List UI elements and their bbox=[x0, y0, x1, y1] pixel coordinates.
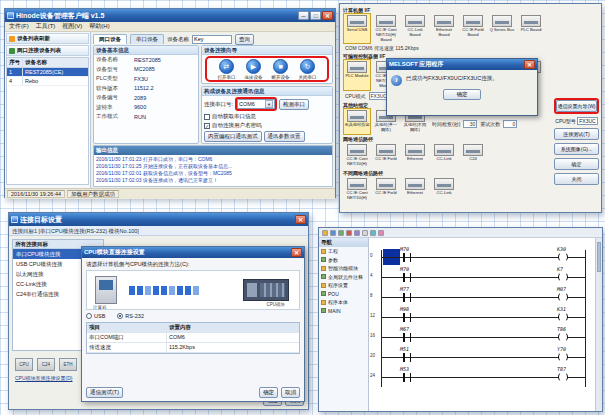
net-ccie-cont[interactable]: CC IE Cont NET/10(H) bbox=[343, 142, 371, 169]
radio-rs232[interactable]: RS-232 bbox=[117, 313, 144, 319]
coil-symbol[interactable]: K31 bbox=[558, 312, 568, 322]
coil-symbol[interactable]: Y70 bbox=[558, 352, 568, 362]
detect-port-button[interactable]: 检测串口 bbox=[279, 99, 309, 110]
ethernet-module-icon[interactable]: ETH bbox=[59, 358, 77, 371]
cpu-module-icon[interactable]: CPU bbox=[15, 358, 33, 371]
connect-device-button[interactable]: ▶连接设备 bbox=[245, 59, 263, 80]
net-c24[interactable]: C24 bbox=[459, 142, 487, 169]
contact-symbol[interactable]: M77 bbox=[403, 293, 411, 302]
table-row[interactable]: 1 REST2085(CE) bbox=[7, 68, 88, 77]
net-ethernet[interactable]: Ethernet bbox=[401, 142, 429, 169]
coil-symbol[interactable]: K7 bbox=[558, 272, 568, 282]
auto-login-checkbox[interactable]: ✓ bbox=[204, 123, 210, 129]
pc-if-serial[interactable]: Serial USB bbox=[343, 13, 371, 44]
pc-if-qbus[interactable]: Q Series Bus bbox=[488, 13, 516, 44]
tab-serial-device[interactable]: 串口设备 bbox=[130, 34, 164, 44]
contact-symbol[interactable]: M51 bbox=[403, 353, 411, 362]
tree-item-pou[interactable]: POU bbox=[319, 290, 368, 299]
table-row[interactable]: 传送速度 115.2Kbps bbox=[87, 343, 299, 353]
contact-symbol[interactable]: M98 bbox=[403, 313, 411, 322]
vertical-scrollbar[interactable] bbox=[595, 238, 602, 411]
pc-if-ethernet[interactable]: Ethernet Board bbox=[430, 13, 458, 44]
net-cclink[interactable]: CC-Link bbox=[430, 142, 458, 169]
close-icon[interactable]: ✕ bbox=[291, 248, 302, 257]
close-port-button[interactable]: ↻关闭串口 bbox=[299, 59, 317, 80]
conet-ccie-field[interactable]: CC IE Field bbox=[372, 176, 400, 203]
toolbar-icon[interactable] bbox=[362, 230, 368, 236]
cancel-button[interactable]: 取消 bbox=[281, 387, 300, 398]
connection-test-button[interactable]: 连接测试(T) bbox=[554, 128, 599, 140]
ok-button[interactable]: 确定 bbox=[259, 387, 278, 398]
toolbar-icon[interactable] bbox=[346, 230, 352, 236]
comm-param-button[interactable]: 通讯参数设置 bbox=[264, 131, 305, 142]
ladder-rung[interactable]: 12 M98 K31 bbox=[369, 304, 592, 324]
tree-item-main[interactable]: MAIN bbox=[319, 307, 368, 316]
contact-symbol[interactable]: M70 bbox=[403, 273, 411, 282]
menu-file[interactable]: 文件(F) bbox=[9, 22, 29, 31]
search-input[interactable] bbox=[192, 35, 232, 44]
toolbar-icon[interactable] bbox=[370, 230, 376, 236]
contact-symbol[interactable]: M70 bbox=[403, 253, 411, 262]
conet-ethernet[interactable]: Ethernet bbox=[401, 176, 429, 203]
toolbar-icon[interactable] bbox=[322, 230, 328, 236]
open-port-button[interactable]: ⇄打开串口 bbox=[218, 59, 236, 80]
port-comm-test-button[interactable]: 内置编程口通讯测试 bbox=[204, 131, 262, 142]
pc-if-plc-board[interactable]: PLC Board bbox=[517, 13, 545, 44]
menu-view[interactable]: 视图(V) bbox=[62, 22, 82, 31]
ladder-rung[interactable]: 24 M53 T87 bbox=[369, 364, 592, 384]
toolbar-icon[interactable] bbox=[338, 230, 344, 236]
chevron-down-icon[interactable]: ▼ bbox=[265, 100, 273, 108]
minimize-button[interactable]: ─ bbox=[298, 11, 309, 20]
tree-item-project[interactable]: 工程 bbox=[319, 247, 368, 256]
tree-item-parameter[interactable]: 参数 bbox=[319, 256, 368, 265]
sidebar-group-refresh[interactable]: 设备列表刷新 bbox=[6, 33, 89, 44]
tab-network-device[interactable]: 网口设备 bbox=[93, 34, 127, 44]
maximize-button[interactable]: □ bbox=[310, 11, 321, 20]
toolbar-icon[interactable] bbox=[330, 230, 336, 236]
w1-titlebar[interactable]: Hinode设备管理客户端 v1.5 ─ □ ✕ bbox=[5, 9, 335, 22]
auto-port-checkbox[interactable] bbox=[204, 114, 210, 120]
ladder-rung[interactable]: 0 M70 K30 bbox=[369, 244, 592, 264]
ok-button[interactable]: 确定 bbox=[554, 158, 599, 170]
table-row[interactable]: 4 Rebo bbox=[7, 77, 88, 86]
tree-item-intelligent-module[interactable]: 智能功能模块 bbox=[319, 264, 368, 273]
net-ccie-field[interactable]: CC IE Field bbox=[372, 142, 400, 169]
radio-icon[interactable] bbox=[86, 313, 92, 319]
melsoft-dialog-titlebar[interactable]: MELSOFT 应用程序 ✕ bbox=[387, 59, 537, 70]
contact-symbol[interactable]: M53 bbox=[403, 373, 411, 382]
ladder-diagram[interactable]: 0 M70 K30 4 M70 K7 8 M77 M07 bbox=[369, 238, 602, 411]
contact-symbol[interactable]: M67 bbox=[403, 333, 411, 342]
direct-connection-link[interactable]: CPU模块直接连接设置(D) bbox=[15, 375, 73, 381]
menu-tools[interactable]: 工具(T) bbox=[36, 22, 56, 31]
ladder-rung[interactable]: 16 M67 T86 bbox=[369, 324, 592, 344]
table-row[interactable]: 串口COM端口 COM6 bbox=[87, 333, 299, 343]
output-log[interactable]: 2016/11/30 17:01:23 打开串口成功，串口号：COM6 2016… bbox=[94, 155, 332, 186]
w3-titlebar[interactable]: 连接目标设置 ✕ bbox=[9, 213, 308, 226]
disconnect-device-button[interactable]: ■断开设备 bbox=[272, 59, 290, 80]
close-button[interactable]: ✕ bbox=[322, 11, 333, 20]
comm-setting-wizard-button[interactable]: 通信设置向导(W) bbox=[556, 100, 597, 112]
comm-test-button[interactable]: 通信测试(T) bbox=[86, 387, 123, 398]
coil-symbol[interactable]: T86 bbox=[558, 332, 568, 342]
ladder-rung[interactable]: 8 M77 M07 bbox=[369, 284, 592, 304]
menu-help[interactable]: 帮助(H) bbox=[89, 22, 109, 31]
close-button[interactable]: ✕ bbox=[295, 215, 306, 224]
time-check-input[interactable]: 30 bbox=[463, 120, 477, 128]
ladder-rung[interactable]: 4 M70 K7 bbox=[369, 264, 592, 284]
coil-symbol[interactable]: T87 bbox=[558, 372, 568, 382]
close-icon[interactable]: ✕ bbox=[524, 60, 535, 69]
sidebar-group-network-devices[interactable]: 网口连接设备列表 bbox=[6, 45, 89, 56]
melsoft-ok-button[interactable]: 确定 bbox=[443, 89, 481, 100]
retry-input[interactable]: 0 bbox=[503, 120, 517, 128]
pc-if-cclink[interactable]: CC-Link Board bbox=[401, 13, 429, 44]
tree-item-global-comment[interactable]: 全局软元件注释 bbox=[319, 273, 368, 282]
toolbar-icon[interactable] bbox=[378, 230, 384, 236]
coil-symbol[interactable]: K30 bbox=[558, 252, 568, 262]
conet-ccie-cont[interactable]: CC IE Cont NET/10(H) bbox=[343, 176, 371, 203]
no-other-station[interactable]: 无其他站指定 bbox=[343, 108, 371, 135]
com-port-select[interactable]: COM6 ▼ bbox=[237, 99, 275, 109]
c24-module-icon[interactable]: C24 bbox=[37, 358, 55, 371]
plc-if-module[interactable]: PLC Module bbox=[343, 59, 371, 90]
ladder-rung[interactable]: 20 M51 Y70 bbox=[369, 344, 592, 364]
conet-cclink[interactable]: CC-Link bbox=[430, 176, 458, 203]
